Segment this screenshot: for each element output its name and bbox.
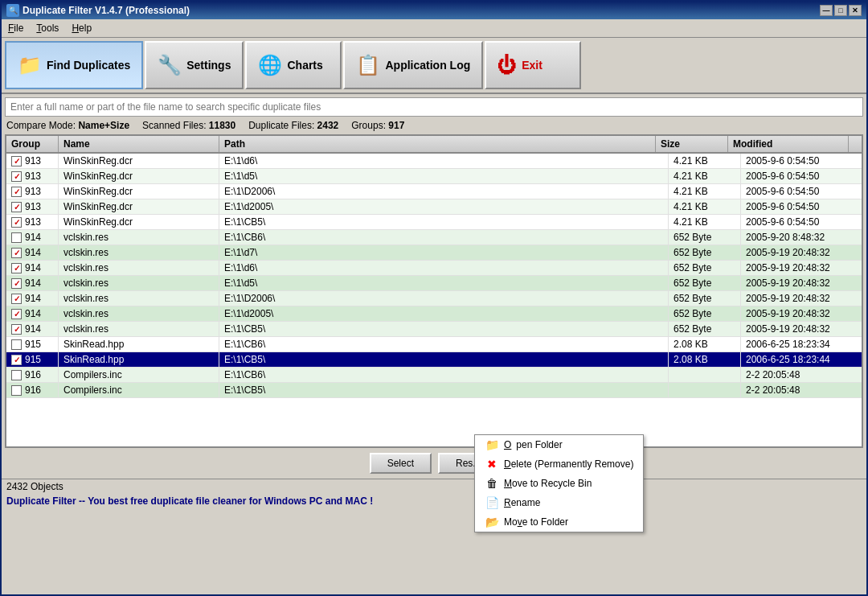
cell-path: E:\1\CB6\ <box>219 337 669 351</box>
row-checkbox[interactable] <box>11 385 22 396</box>
row-checkbox[interactable] <box>11 278 22 289</box>
delete-icon: ✖ <box>485 458 499 471</box>
context-open-folder-label: O <box>504 439 511 450</box>
row-checkbox[interactable] <box>11 171 22 182</box>
charts-label: Charts <box>287 59 322 72</box>
cell-modified: 2005-9-6 0:54:50 <box>741 169 862 183</box>
row-checkbox[interactable] <box>11 232 22 243</box>
cell-path: E:\1\d6\ <box>219 154 669 168</box>
table-row[interactable]: 914 vclskin.res E:\1\CB5\ 652 Byte 2005-… <box>6 322 862 337</box>
menu-help[interactable]: Help <box>68 21 95 35</box>
find-duplicates-button[interactable]: 📁 Find Duplicates <box>5 41 143 89</box>
cell-name: vclskin.res <box>59 245 219 260</box>
menu-tools[interactable]: Tools <box>33 21 62 35</box>
cell-name: WinSkinReg.dcr <box>59 184 219 199</box>
cell-size: 2.08 KB <box>669 337 741 351</box>
cell-modified: 2006-6-25 18:23:44 <box>741 352 862 367</box>
header-group[interactable]: Group <box>6 136 59 152</box>
header-path[interactable]: Path <box>219 136 656 152</box>
table-row[interactable]: 914 vclskin.res E:\1\d6\ 652 Byte 2005-9… <box>6 261 862 276</box>
cell-group: 916 <box>6 368 59 382</box>
table-row[interactable]: 915 SkinRead.hpp E:\1\CB5\ 2.08 KB 2006-… <box>6 352 862 368</box>
cell-size: 652 Byte <box>669 261 741 275</box>
row-checkbox[interactable] <box>11 248 22 258</box>
table-row[interactable]: 916 Compilers.inc E:\1\CB6\ 2-2 20:05:48 <box>6 368 862 383</box>
table-row[interactable]: 914 vclskin.res E:\1\CB6\ 652 Byte 2005-… <box>6 230 862 245</box>
table-row[interactable]: 914 vclskin.res E:\1\d7\ 652 Byte 2005-9… <box>6 245 862 261</box>
cell-modified: 2005-9-6 0:54:50 <box>741 184 862 199</box>
find-duplicates-label: Find Duplicates <box>47 59 130 72</box>
row-checkbox[interactable] <box>11 309 22 319</box>
cell-size: 2.08 KB <box>669 352 741 367</box>
context-rename[interactable]: 📄 Rename <box>475 493 643 512</box>
cell-group: 913 <box>6 215 59 229</box>
context-menu: 📁 Open Folder ✖ Delete (Permanently Remo… <box>474 434 644 532</box>
cell-path: E:\1\D2006\ <box>219 291 669 306</box>
row-checkbox[interactable] <box>11 339 22 350</box>
cell-modified: 2005-9-19 20:48:32 <box>741 291 862 306</box>
row-checkbox[interactable] <box>11 187 22 197</box>
header-modified[interactable]: Modified <box>728 136 849 152</box>
exit-label: Exit <box>522 59 542 72</box>
context-recycle[interactable]: 🗑 Move to Recycle Bin <box>475 474 643 493</box>
exit-button[interactable]: ⏻ Exit <box>485 41 581 89</box>
settings-button[interactable]: 🔧 Settings <box>145 41 244 89</box>
cell-name: WinSkinReg.dcr <box>59 169 219 183</box>
context-delete[interactable]: ✖ Delete (Permanently Remove) <box>475 454 643 474</box>
table-row[interactable]: 914 vclskin.res E:\1\d5\ 652 Byte 2005-9… <box>6 276 862 291</box>
context-open-folder[interactable]: 📁 Open Folder <box>475 435 643 454</box>
header-name[interactable]: Name <box>59 136 219 152</box>
table-row[interactable]: 916 Compilers.inc E:\1\CB5\ 2-2 20:05:48 <box>6 383 862 398</box>
file-list: Group Name Path Size Modified 913 WinSki… <box>5 134 863 448</box>
maximize-button[interactable]: □ <box>834 5 847 16</box>
cell-group: 913 <box>6 169 59 183</box>
application-log-button[interactable]: 📋 Application Log <box>343 41 483 89</box>
cell-group: 916 <box>6 383 59 397</box>
row-checkbox[interactable] <box>11 355 22 365</box>
cell-path: E:\1\CB5\ <box>219 352 669 367</box>
minimize-button[interactable]: — <box>820 5 833 16</box>
context-rename-label: Rename <box>504 497 540 508</box>
table-row[interactable]: 913 WinSkinReg.dcr E:\1\D2006\ 4.21 KB 2… <box>6 184 862 199</box>
promo-bar: Duplicate Filter -- You best free duplic… <box>2 494 866 508</box>
row-checkbox[interactable] <box>11 202 22 212</box>
cell-path: E:\1\CB5\ <box>219 215 669 229</box>
cell-size: 4.21 KB <box>669 184 741 199</box>
cell-path: E:\1\CB5\ <box>219 383 669 397</box>
row-checkbox[interactable] <box>11 370 22 380</box>
cell-size: 4.21 KB <box>669 169 741 183</box>
cell-modified: 2005-9-6 0:54:50 <box>741 154 862 168</box>
context-move-folder-label: Move to Folder <box>504 516 568 528</box>
header-size[interactable]: Size <box>656 136 728 152</box>
table-row[interactable]: 913 WinSkinReg.dcr E:\1\CB5\ 4.21 KB 200… <box>6 215 862 230</box>
row-checkbox[interactable] <box>11 324 22 335</box>
select-button[interactable]: Select <box>370 453 432 474</box>
table-row[interactable]: 914 vclskin.res E:\1\d2005\ 652 Byte 200… <box>6 306 862 322</box>
charts-button[interactable]: 🌐 Charts <box>245 41 342 89</box>
row-checkbox[interactable] <box>11 263 22 273</box>
cell-path: E:\1\d2005\ <box>219 306 669 321</box>
row-checkbox[interactable] <box>11 294 22 304</box>
menu-file[interactable]: File <box>5 21 27 35</box>
table-row[interactable]: 913 WinSkinReg.dcr E:\1\d6\ 4.21 KB 2005… <box>6 154 862 169</box>
cell-modified: 2005-9-19 20:48:32 <box>741 306 862 321</box>
search-input[interactable] <box>6 98 862 116</box>
bottom-toolbar: Select Res... <box>2 448 866 479</box>
row-checkbox[interactable] <box>11 217 22 228</box>
cell-group: 913 <box>6 184 59 199</box>
cell-group: 914 <box>6 245 59 260</box>
table-row[interactable]: 915 SkinRead.hpp E:\1\CB6\ 2.08 KB 2006-… <box>6 337 862 352</box>
table-row[interactable]: 913 WinSkinReg.dcr E:\1\d2005\ 4.21 KB 2… <box>6 199 862 215</box>
cell-path: E:\1\d6\ <box>219 261 669 275</box>
application-log-icon: 📋 <box>356 54 380 76</box>
context-delete-label: Delete (Permanently Remove) <box>504 458 633 470</box>
app-icon: 🔍 <box>6 4 19 17</box>
context-recycle-label: Move to Recycle Bin <box>504 478 592 489</box>
row-checkbox[interactable] <box>11 156 22 166</box>
table-row[interactable]: 913 WinSkinReg.dcr E:\1\d5\ 4.21 KB 2005… <box>6 169 862 184</box>
table-row[interactable]: 914 vclskin.res E:\1\D2006\ 652 Byte 200… <box>6 291 862 306</box>
cell-size: 4.21 KB <box>669 154 741 168</box>
cell-name: vclskin.res <box>59 291 219 306</box>
close-button[interactable]: ✕ <box>849 5 862 16</box>
context-move-folder[interactable]: 📂 Move to Folder <box>475 512 643 532</box>
